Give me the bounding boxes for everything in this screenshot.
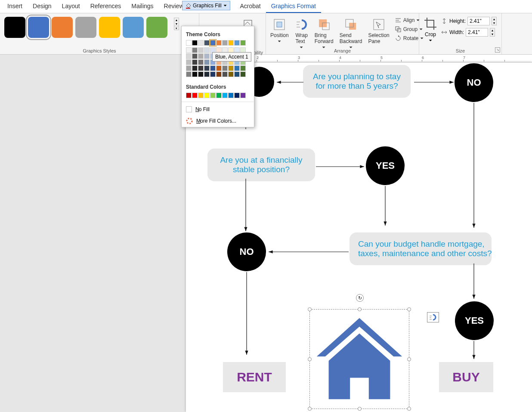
theme-shade-3-0[interactable]	[204, 47, 210, 53]
sel-handle-mr[interactable]	[407, 357, 411, 361]
tab-design[interactable]: Design	[28, 0, 57, 13]
more-fill-colors-item[interactable]: More Fill Colors...	[182, 115, 254, 127]
theme-shade-2-2[interactable]	[198, 59, 204, 65]
no-fill-item[interactable]: No Fill	[182, 104, 254, 115]
theme-color-7[interactable]	[228, 40, 234, 46]
theme-shade-1-4[interactable]	[192, 71, 198, 77]
style-swatch-orange[interactable]	[52, 17, 73, 38]
tab-mailings[interactable]: Mailings	[126, 0, 158, 13]
sel-handle-br[interactable]	[407, 407, 411, 411]
house-icon[interactable]	[310, 310, 409, 409]
theme-color-6[interactable]	[222, 40, 228, 46]
decision-box-2[interactable]: Are you at a financially stable position…	[207, 149, 315, 181]
theme-shade-2-0[interactable]	[198, 47, 204, 53]
theme-color-2[interactable]	[198, 40, 204, 46]
standard-color-5[interactable]	[216, 93, 222, 98]
theme-shade-8-4[interactable]	[234, 71, 240, 77]
sel-handle-ml[interactable]	[308, 357, 312, 361]
theme-shade-5-3[interactable]	[216, 65, 222, 71]
theme-shade-7-4[interactable]	[228, 71, 234, 77]
theme-shade-3-3[interactable]	[204, 65, 210, 71]
graphics-fill-button[interactable]: Graphics Fill ⏷	[182, 1, 230, 10]
theme-color-4[interactable]	[210, 40, 216, 46]
theme-shade-0-4[interactable]	[186, 71, 192, 77]
sel-handle-bc[interactable]	[358, 407, 362, 411]
width-up[interactable]: ▲	[490, 28, 495, 32]
result-buy[interactable]: BUY	[439, 362, 493, 392]
theme-shade-0-1[interactable]	[186, 53, 192, 59]
theme-shade-1-1[interactable]	[192, 53, 198, 59]
tab-acrobat[interactable]: Acrobat	[235, 0, 266, 13]
circle-no-2[interactable]: NO	[227, 232, 266, 271]
theme-shade-7-3[interactable]	[228, 65, 234, 71]
gallery-up[interactable]: ▲	[174, 18, 179, 22]
theme-color-9[interactable]	[240, 40, 246, 46]
style-swatch-black[interactable]	[4, 17, 25, 38]
theme-shade-5-4[interactable]	[216, 71, 222, 77]
tab-references[interactable]: References	[85, 0, 127, 13]
decision-box-1[interactable]: Are you planning to stay for more than 5…	[303, 65, 411, 98]
circle-yes-1[interactable]: YES	[366, 146, 405, 185]
theme-shade-9-3[interactable]	[240, 65, 246, 71]
theme-color-5[interactable]	[216, 40, 222, 46]
style-swatch-yellow[interactable]	[99, 17, 120, 38]
circle-no-1[interactable]: NO	[455, 63, 493, 102]
theme-shade-2-3[interactable]	[198, 65, 204, 71]
position-button[interactable]: Position⏷	[269, 16, 291, 51]
height-up[interactable]: ▲	[492, 17, 496, 21]
standard-color-3[interactable]	[204, 93, 210, 98]
theme-shade-3-4[interactable]	[204, 71, 210, 77]
theme-color-3[interactable]	[204, 40, 210, 46]
theme-shade-6-3[interactable]	[222, 65, 228, 71]
bring-forward-button[interactable]: Bring Forward⏷	[313, 16, 335, 51]
height-input[interactable]	[467, 17, 490, 25]
standard-color-0[interactable]	[186, 93, 192, 98]
style-swatch-blue[interactable]	[28, 17, 49, 38]
layout-options-button[interactable]	[427, 312, 439, 322]
theme-shade-3-1[interactable]	[204, 53, 210, 59]
theme-shade-6-4[interactable]	[222, 71, 228, 77]
result-rent[interactable]: RENT	[223, 362, 286, 392]
selection-pane-button[interactable]: Selection Pane	[366, 16, 391, 51]
selected-graphic-frame[interactable]: ↻	[309, 309, 409, 409]
theme-shade-2-4[interactable]	[198, 71, 204, 77]
theme-color-1[interactable]	[192, 40, 198, 46]
sel-handle-tc[interactable]	[358, 307, 362, 311]
theme-shade-0-2[interactable]	[186, 59, 192, 65]
rotation-handle[interactable]: ↻	[356, 294, 364, 302]
style-swatch-gray[interactable]	[75, 17, 96, 38]
standard-color-2[interactable]	[198, 93, 204, 98]
decision-box-3[interactable]: Can your budget handle mortgage, taxes, …	[350, 232, 492, 265]
crop-button[interactable]: Crop⏷	[424, 17, 437, 43]
wrap-text-button[interactable]: Wrap Text⏷	[293, 16, 310, 51]
theme-shade-8-3[interactable]	[234, 65, 240, 71]
theme-shade-4-3[interactable]	[210, 65, 216, 71]
theme-color-0[interactable]	[186, 40, 192, 46]
sel-handle-tl[interactable]	[308, 307, 312, 311]
tab-layout[interactable]: Layout	[57, 0, 85, 13]
sel-handle-tr[interactable]	[407, 307, 411, 311]
theme-shade-9-4[interactable]	[240, 71, 246, 77]
size-dialog-launcher[interactable]: ↘	[495, 47, 500, 53]
tab-graphics-format[interactable]: Graphics Format	[266, 0, 321, 13]
theme-shade-1-2[interactable]	[192, 59, 198, 65]
gallery-down[interactable]: ▼	[174, 22, 179, 26]
theme-shade-4-4[interactable]	[210, 71, 216, 77]
standard-color-8[interactable]	[234, 93, 240, 98]
gallery-more[interactable]: ▾	[174, 26, 179, 30]
standard-color-4[interactable]	[210, 93, 216, 98]
theme-shade-1-0[interactable]	[192, 47, 198, 53]
theme-shade-1-3[interactable]	[192, 65, 198, 71]
standard-color-7[interactable]	[228, 93, 234, 98]
theme-color-8[interactable]	[234, 40, 240, 46]
theme-shade-2-1[interactable]	[198, 53, 204, 59]
tab-insert[interactable]: Insert	[2, 0, 28, 13]
theme-shade-3-2[interactable]	[204, 59, 210, 65]
height-down[interactable]: ▼	[492, 21, 496, 25]
standard-color-9[interactable]	[240, 93, 246, 98]
width-input[interactable]	[466, 28, 488, 37]
sel-handle-bl[interactable]	[308, 407, 312, 411]
send-backward-button[interactable]: Send Backward⏷	[338, 16, 364, 51]
circle-yes-2[interactable]: YES	[455, 301, 494, 340]
style-swatch-lightblue[interactable]	[123, 17, 144, 38]
